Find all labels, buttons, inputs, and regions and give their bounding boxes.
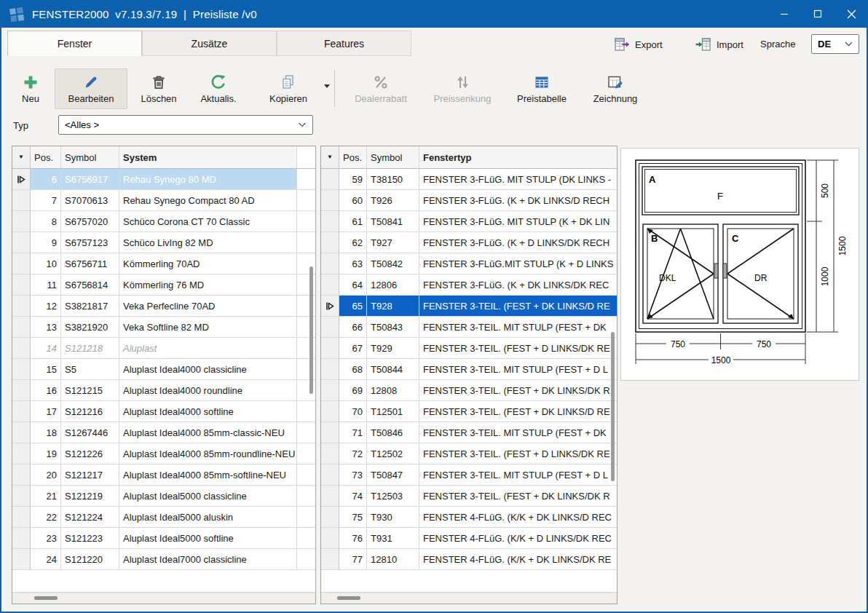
row-indicator-cell bbox=[321, 549, 339, 569]
preissenkung-button[interactable]: Preissenkung bbox=[426, 68, 499, 109]
table-row[interactable]: 74 T12503 FENSTER 3-TEIL. (FEST + DK LIN… bbox=[321, 486, 617, 507]
table-row[interactable]: 7 S7070613 Rehau Synego Compact 80 AD bbox=[12, 190, 315, 211]
name-cell: Aluplast Ideal4000 roundline bbox=[119, 380, 297, 400]
zeichnung-button[interactable]: Zeichnung bbox=[584, 68, 647, 109]
table-row[interactable]: 20 S121217 Aluplast Ideal4000 85mm-softl… bbox=[12, 464, 315, 486]
table-row[interactable]: 68 T50844 FENSTER 3-TEIL. MIT STULP (FES… bbox=[321, 359, 617, 380]
symbol-cell: T12501 bbox=[367, 401, 419, 422]
pos-cell: 73 bbox=[339, 464, 367, 485]
symbol-cell: S121219 bbox=[61, 486, 119, 506]
tab-features[interactable]: Features bbox=[277, 31, 411, 56]
name-cell: FENSTER 4-FLüG. (K/K + DK LINKS/D REC bbox=[419, 507, 617, 527]
minimize-button[interactable] bbox=[768, 0, 801, 28]
filter-dropdown-icon: ▼ bbox=[327, 154, 333, 160]
table-row[interactable]: 18 S1267446 Aluplast Ideal4000 85mm-clas… bbox=[12, 422, 315, 443]
filter-dropdown-button[interactable]: ▼ bbox=[12, 146, 31, 168]
symbol-cell: T12503 bbox=[367, 486, 419, 506]
horizontal-scrollbar[interactable] bbox=[321, 592, 617, 604]
row-indicator-cell bbox=[321, 317, 339, 337]
export-button[interactable]: Export bbox=[610, 34, 666, 55]
pos-cell: 24 bbox=[31, 549, 61, 569]
table-row[interactable]: 69 12808 FENSTER 3-TEIL. (FEST + DK LINK… bbox=[321, 380, 617, 401]
table-row[interactable]: 10 S6756711 Kömmerling 70AD bbox=[12, 253, 315, 274]
tab-fenster[interactable]: Fenster bbox=[7, 31, 142, 56]
typ-select[interactable]: <Alles > bbox=[58, 115, 313, 135]
table-row[interactable]: 73 T50847 FENSTER 3-TEIL. MIT STULP (FES… bbox=[321, 464, 617, 486]
table-row[interactable]: 61 T50841 FENSTER 3-FLüG. MIT STULP (K +… bbox=[321, 211, 617, 232]
row-indicator-cell bbox=[321, 274, 339, 295]
table-row[interactable]: 15 S5 Aluplast Ideal4000 classicline bbox=[12, 359, 315, 380]
table-row[interactable]: 62 T927 FENSTER 3-FLüG. (K + D LINKS/DK … bbox=[321, 232, 617, 253]
table-row[interactable]: 16 S121215 Aluplast Ideal4000 roundline bbox=[12, 380, 315, 401]
language-select[interactable]: DE bbox=[811, 34, 859, 54]
table-row[interactable]: 14 S121218 Aluplast bbox=[12, 338, 315, 359]
table-row[interactable]: 59 T38150 FENSTER 3-FLüG. MIT STULP (DK … bbox=[321, 169, 617, 190]
fenstertyp-table: ▼ Pos. Symbol Fenstertyp 59 bbox=[320, 146, 618, 604]
table-row[interactable]: 71 T50846 FENSTER 3-TEIL. MIT STULP (FES… bbox=[321, 422, 617, 443]
horizontal-scrollbar[interactable] bbox=[12, 592, 315, 604]
table-row[interactable]: 11 S6756814 Kömmerling 76 MD bbox=[12, 274, 315, 296]
dealerrabatt-button[interactable]: Dealerrabatt bbox=[346, 68, 416, 109]
aktualisieren-button[interactable]: Aktualis. bbox=[191, 68, 246, 109]
table-row[interactable]: 8 S6757020 Schüco Corona CT 70 Classic bbox=[12, 211, 315, 232]
name-cell: FENSTER 3-TEIL. MIT STULP (FEST + D L bbox=[419, 359, 617, 379]
pos-cell: 65 bbox=[339, 296, 367, 316]
vertical-scrollbar-thumb[interactable] bbox=[309, 266, 313, 394]
vertical-scrollbar-thumb[interactable] bbox=[611, 332, 615, 481]
table-row[interactable]: 17 S121216 Aluplast Ideal4000 softline bbox=[12, 401, 315, 422]
pos-cell: 68 bbox=[339, 359, 367, 379]
import-button[interactable]: Import bbox=[692, 34, 746, 55]
close-button[interactable] bbox=[835, 0, 868, 28]
row-indicator-cell bbox=[12, 486, 31, 506]
kopieren-button[interactable]: Kopieren bbox=[256, 68, 320, 109]
loeschen-button[interactable]: Löschen bbox=[135, 68, 183, 109]
table-row[interactable]: 77 12810 FENSTER 4-FLüG. (K/K + DK LINKS… bbox=[321, 549, 617, 570]
column-header-system[interactable]: System bbox=[119, 146, 297, 168]
column-header-symbol[interactable]: Symbol bbox=[367, 146, 419, 168]
pos-cell: 72 bbox=[339, 443, 367, 464]
table-row[interactable]: 75 T930 FENSTER 4-FLüG. (K/K + DK LINKS/… bbox=[321, 507, 617, 528]
table-row[interactable]: 22 S121224 Aluplast Ideal5000 aluskin bbox=[12, 507, 315, 528]
tab-zusaetze[interactable]: Zusätze bbox=[142, 31, 277, 56]
kopieren-dropdown-arrow[interactable] bbox=[324, 84, 330, 88]
dim-top-height: 500 bbox=[820, 183, 830, 198]
column-header-pos[interactable]: Pos. bbox=[31, 146, 61, 168]
fenstertyp-table-body: 59 T38150 FENSTER 3-FLüG. MIT STULP (DK … bbox=[321, 169, 617, 592]
filter-dropdown-button[interactable]: ▼ bbox=[321, 146, 339, 168]
name-cell: FENSTER 3-TEIL. (FEST + DK LINKS/D RE bbox=[419, 401, 617, 422]
table-row[interactable]: 6 S6756917 Rehau Synego 80 MD bbox=[12, 169, 315, 190]
table-row[interactable]: 76 T931 FENSTER 4-FLüG. (K/K + D LINKS/D… bbox=[321, 528, 617, 549]
table-row[interactable]: 24 S121220 Aluplast Ideal7000 classiclin… bbox=[12, 549, 315, 570]
neu-button[interactable]: Neu bbox=[13, 68, 48, 109]
table-row[interactable]: 23 S121223 Aluplast Ideal5000 softline bbox=[12, 528, 315, 549]
name-cell: FENSTER 3-TEIL. (FEST + D LINKS/DK RE bbox=[419, 443, 617, 464]
table-row[interactable]: 21 S121219 Aluplast Ideal5000 classiclin… bbox=[12, 486, 315, 507]
table-row[interactable]: 63 T50842 FENSTER 3-FLüG.MIT STULP (K + … bbox=[321, 253, 617, 274]
window-drawing-panel: A F B DKL C DR bbox=[620, 148, 859, 381]
pos-cell: 12 bbox=[31, 296, 61, 316]
bearbeiten-button[interactable]: Bearbeiten bbox=[55, 68, 127, 109]
table-row[interactable]: 19 S121226 Aluplast Ideal4000 85mm-round… bbox=[12, 443, 315, 464]
column-header-fenstertyp[interactable]: Fenstertyp bbox=[419, 146, 617, 168]
preistabelle-button[interactable]: Preistabelle bbox=[508, 68, 575, 109]
symbol-cell: T928 bbox=[367, 296, 419, 316]
table-row[interactable]: 12 S3821817 Veka Perfecline 70AD bbox=[12, 296, 315, 317]
column-header-pos[interactable]: Pos. bbox=[339, 146, 367, 168]
table-row[interactable]: 70 T12501 FENSTER 3-TEIL. (FEST + DK LIN… bbox=[321, 401, 617, 422]
horizontal-scrollbar-thumb[interactable] bbox=[337, 596, 360, 600]
table-row[interactable]: 13 S3821920 Veka Softline 82 MD bbox=[12, 317, 315, 338]
drawing-icon bbox=[607, 74, 624, 91]
table-row[interactable]: 60 T926 FENSTER 3-FLüG. (K + DK LINKS/D … bbox=[321, 190, 617, 211]
table-row[interactable]: 66 T50843 FENSTER 3-TEIL. MIT STULP (FES… bbox=[321, 317, 617, 338]
table-row[interactable]: 72 T12502 FENSTER 3-TEIL. (FEST + D LINK… bbox=[321, 443, 617, 464]
table-row[interactable]: 64 12806 FENSTER 3-FLüG. (K + DK LINKS/D… bbox=[321, 274, 617, 296]
pos-cell: 69 bbox=[339, 380, 367, 400]
table-row[interactable]: 67 T929 FENSTER 3-TEIL. (FEST + D LINKS/… bbox=[321, 338, 617, 359]
row-indicator-cell bbox=[12, 338, 31, 358]
symbol-cell: T12502 bbox=[367, 443, 419, 464]
column-header-symbol[interactable]: Symbol bbox=[61, 146, 119, 168]
maximize-button[interactable] bbox=[801, 0, 835, 28]
horizontal-scrollbar-thumb[interactable] bbox=[34, 596, 58, 600]
table-row[interactable]: 9 S6757123 Schüco LivIng 82 MD bbox=[12, 232, 315, 253]
table-row[interactable]: 65 T928 FENSTER 3-TEIL. (FEST + DK LINKS… bbox=[321, 296, 617, 317]
